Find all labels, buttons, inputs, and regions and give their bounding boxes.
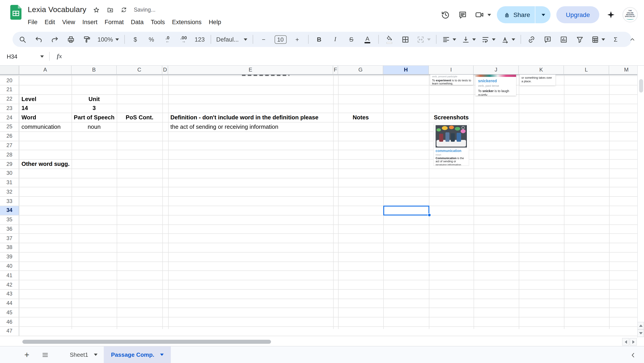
- format-percent-icon[interactable]: %: [146, 33, 157, 45]
- borders-icon[interactable]: [400, 33, 411, 45]
- cell-B25[interactable]: noun: [72, 122, 117, 131]
- communication-vocab-card[interactable]: communicationnounCommunication is the ac…: [434, 124, 469, 165]
- italic-icon[interactable]: I: [330, 33, 340, 45]
- menu-tools[interactable]: Tools: [147, 18, 168, 26]
- row-header-22[interactable]: 22: [0, 94, 19, 103]
- row-header-45[interactable]: 45: [0, 308, 19, 317]
- scroll-up-button[interactable]: [637, 322, 644, 330]
- column-header-I[interactable]: I: [429, 66, 474, 74]
- zoom-select[interactable]: 100%: [98, 33, 119, 45]
- decrease-decimal-icon[interactable]: .0←: [162, 33, 173, 45]
- takeover-vocab-card[interactable]: or something takes over a place.: [520, 75, 556, 85]
- comments-icon[interactable]: [457, 9, 469, 20]
- cell-A25[interactable]: communication: [19, 122, 63, 131]
- row-header-29[interactable]: 29: [0, 159, 19, 169]
- cell-E25[interactable]: the act of sending or receiving informat…: [168, 122, 281, 131]
- strikethrough-icon[interactable]: S: [346, 33, 357, 45]
- row-header-43[interactable]: 43: [0, 289, 19, 299]
- insert-chart-icon[interactable]: [558, 33, 569, 45]
- sheet-tab-sheet1[interactable]: Sheet1: [64, 346, 104, 363]
- cell-A24[interactable]: Word: [19, 113, 38, 122]
- horizontal-scrollbar[interactable]: [0, 338, 644, 346]
- share-button[interactable]: Share: [497, 6, 551, 23]
- row-header-25[interactable]: 25: [0, 122, 19, 131]
- row-header-24[interactable]: 24: [0, 113, 19, 122]
- row-header-33[interactable]: 33: [0, 196, 19, 206]
- menu-data[interactable]: Data: [127, 18, 147, 26]
- vertical-align-icon[interactable]: [461, 33, 476, 45]
- sheets-logo-icon[interactable]: [10, 5, 22, 20]
- star-icon[interactable]: [92, 6, 100, 14]
- text-color-icon[interactable]: A: [362, 33, 373, 45]
- cell-C24[interactable]: PoS Cont.: [117, 113, 162, 122]
- cell-B23[interactable]: 3: [72, 103, 117, 113]
- increase-decimal-icon[interactable]: .00→: [178, 33, 189, 45]
- text-rotation-icon[interactable]: [501, 33, 515, 45]
- cell-E24[interactable]: Definition - don't include word in the d…: [168, 113, 321, 122]
- row-header-40[interactable]: 40: [0, 261, 19, 271]
- vertical-scrollbar-thumb[interactable]: [639, 79, 643, 92]
- column-header-B[interactable]: B: [72, 66, 117, 74]
- cell-B24[interactable]: Part of Speech: [72, 113, 117, 122]
- row-header-30[interactable]: 30: [0, 169, 19, 178]
- more-formats-icon[interactable]: 123: [194, 33, 205, 45]
- hide-toolbar-icon[interactable]: [627, 34, 638, 45]
- column-header-C[interactable]: C: [117, 66, 162, 74]
- format-currency-icon[interactable]: $: [130, 33, 141, 45]
- show-side-panel-icon[interactable]: [627, 349, 639, 361]
- cell-I24[interactable]: Screenshots: [429, 113, 474, 122]
- undo-icon[interactable]: [33, 33, 44, 45]
- row-header-36[interactable]: 36: [0, 224, 19, 234]
- cell-A29[interactable]: Other word sugg.: [19, 159, 72, 169]
- row-header-42[interactable]: 42: [0, 280, 19, 289]
- row-header-39[interactable]: 39: [0, 252, 19, 262]
- bold-icon[interactable]: B: [314, 33, 324, 45]
- row-header-47[interactable]: 47: [0, 326, 19, 336]
- cell-A23[interactable]: 14: [19, 103, 30, 113]
- cell-G24[interactable]: Notes: [338, 113, 383, 122]
- menu-edit[interactable]: Edit: [41, 18, 59, 26]
- functions-icon[interactable]: Σ: [610, 33, 621, 45]
- scroll-down-button[interactable]: [637, 330, 644, 337]
- print-icon[interactable]: [65, 33, 76, 45]
- column-header-G[interactable]: G: [338, 66, 383, 74]
- row-header-35[interactable]: 35: [0, 215, 19, 224]
- menu-help[interactable]: Help: [205, 18, 225, 26]
- column-header-F[interactable]: F: [333, 66, 338, 74]
- decrease-font-size-button[interactable]: −: [258, 33, 269, 45]
- upgrade-button[interactable]: Upgrade: [556, 6, 599, 23]
- row-header-28[interactable]: 28: [0, 150, 19, 159]
- spreadsheet-grid[interactable]: ABCDEFGHIJKLM202122232425262728293031323…: [0, 66, 644, 346]
- text-wrap-icon[interactable]: [481, 33, 495, 45]
- row-header-41[interactable]: 41: [0, 271, 19, 280]
- account-avatar[interactable]: THEONLINEREADINGSPECIALIST: [622, 7, 638, 22]
- share-dropdown[interactable]: [536, 6, 551, 23]
- column-header-H[interactable]: H: [383, 66, 429, 74]
- experiment-vocab-card[interactable]: verb, present participleTo experiment is…: [430, 75, 473, 85]
- sheet-tab-passage-comp-[interactable]: Passage Comp.: [104, 346, 171, 363]
- column-header-A[interactable]: A: [19, 66, 72, 74]
- row-header-31[interactable]: 31: [0, 178, 19, 187]
- redo-icon[interactable]: [49, 33, 60, 45]
- font-size-input[interactable]: 10: [274, 33, 286, 45]
- row-header-38[interactable]: 38: [0, 243, 19, 252]
- column-header-L[interactable]: L: [564, 66, 609, 74]
- font-select[interactable]: Defaul...: [216, 33, 247, 45]
- menu-insert[interactable]: Insert: [79, 18, 101, 26]
- move-to-folder-icon[interactable]: [106, 6, 114, 14]
- name-box[interactable]: H34: [0, 47, 48, 65]
- column-header-E[interactable]: E: [168, 66, 333, 74]
- menu-file[interactable]: File: [24, 18, 41, 26]
- create-filter-icon[interactable]: [574, 33, 585, 45]
- version-history-icon[interactable]: [440, 9, 451, 20]
- meet-video-call-button[interactable]: [474, 10, 491, 20]
- cell-B22[interactable]: Unit: [72, 94, 117, 103]
- row-header-20[interactable]: 20: [0, 75, 19, 85]
- row-header-26[interactable]: 26: [0, 131, 19, 141]
- search-menus-icon[interactable]: [17, 33, 28, 45]
- fill-color-icon[interactable]: [384, 33, 395, 45]
- horizontal-scrollbar-thumb[interactable]: [22, 340, 271, 344]
- gemini-sparkle-icon[interactable]: [605, 9, 617, 20]
- column-header-D[interactable]: D: [162, 66, 168, 74]
- row-header-32[interactable]: 32: [0, 187, 19, 196]
